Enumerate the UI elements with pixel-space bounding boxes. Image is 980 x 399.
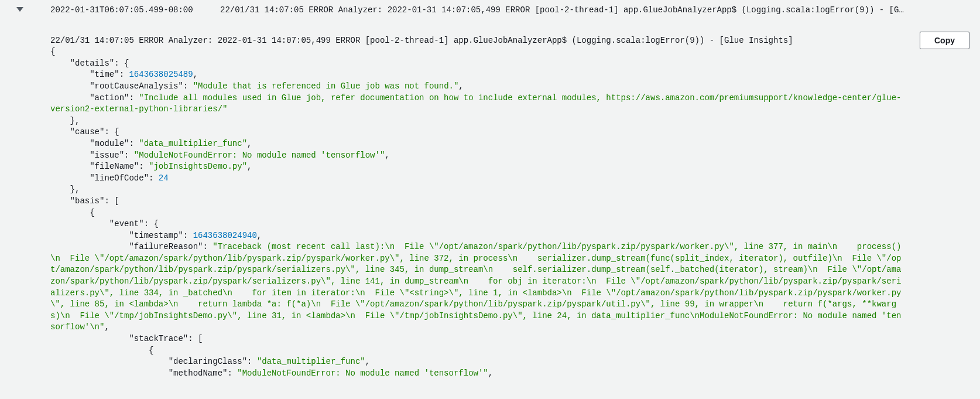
copy-button[interactable]: Copy <box>920 32 969 49</box>
log-header-message: 22/01/31 14:07:05 ERROR Analyzer: 2022-0… <box>220 5 904 16</box>
expand-toggle-icon[interactable] <box>16 7 23 12</box>
log-header-row[interactable]: 2022-01-31T06:07:05.499-08:00 22/01/31 1… <box>0 5 980 16</box>
log-entry-container: 2022-01-31T06:07:05.499-08:00 22/01/31 1… <box>0 0 980 387</box>
log-body[interactable]: 22/01/31 14:07:05 ERROR Analyzer: 2022-0… <box>0 16 980 380</box>
log-timestamp: 2022-01-31T06:07:05.499-08:00 <box>50 5 220 16</box>
